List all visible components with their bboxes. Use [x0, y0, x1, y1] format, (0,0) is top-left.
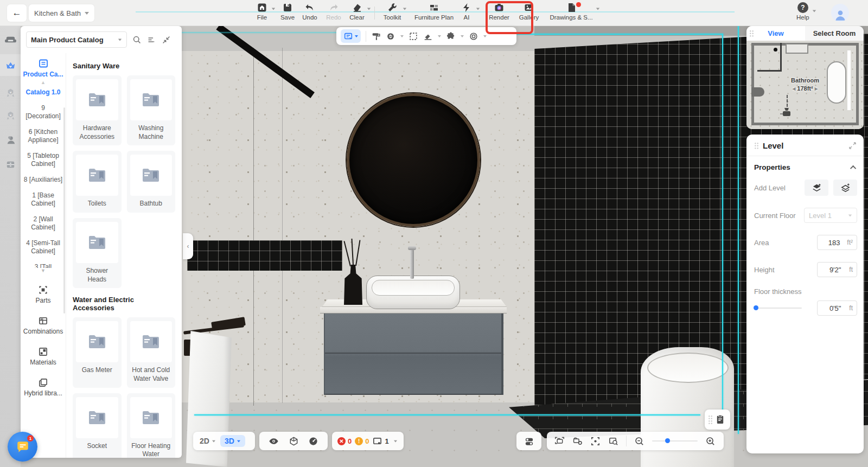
- current-floor-select[interactable]: Level 1: [804, 208, 857, 223]
- chevron-down-icon[interactable]: [438, 35, 441, 37]
- product-category-card[interactable]: Washing Machine: [127, 75, 176, 145]
- chevron-down-icon[interactable]: [461, 35, 464, 37]
- product-category-card[interactable]: Shower Heads: [73, 218, 122, 288]
- product-category-card[interactable]: Hardware Accessories: [73, 75, 122, 145]
- floor-thickness-input[interactable]: 0'5" ft: [817, 300, 857, 316]
- sidebar-badge2-item[interactable]: v: [0, 106, 21, 125]
- toolkit-dropdown-caret[interactable]: [403, 8, 406, 10]
- replace-model-tool-icon[interactable]: [386, 31, 395, 41]
- sidebar-storage-item[interactable]: [0, 155, 21, 174]
- camera-glyph[interactable]: [780, 107, 793, 118]
- rail-tool-hybrid-library[interactable]: Hybrid libra...: [21, 378, 66, 397]
- round-mirror[interactable]: [347, 93, 480, 227]
- user-avatar[interactable]: [831, 4, 849, 22]
- drawings-dropdown-caret[interactable]: [596, 8, 599, 10]
- category-item[interactable]: 8 [Auxiliaries]: [21, 172, 66, 188]
- floor-thickness-slider[interactable]: [754, 308, 802, 309]
- toolkit-button[interactable]: Toolkit: [373, 2, 411, 21]
- cube-view-icon[interactable]: [289, 436, 299, 446]
- notes-floating-button[interactable]: [705, 410, 730, 430]
- zoom-in-icon[interactable]: [705, 436, 716, 446]
- chevron-down-icon[interactable]: [483, 35, 487, 37]
- camera-settings-icon[interactable]: [572, 436, 583, 446]
- clear-button[interactable]: Clear: [338, 2, 376, 21]
- area-label: Area: [754, 239, 817, 247]
- back-button[interactable]: ←: [7, 4, 27, 22]
- product-category-card[interactable]: Floor Heating Water: [127, 393, 176, 458]
- render-settings-toggle[interactable]: [516, 432, 541, 450]
- product-category-card[interactable]: Bathtub: [127, 151, 176, 213]
- product-category-card[interactable]: Gas Meter: [73, 317, 122, 387]
- target-tool-icon[interactable]: [469, 31, 478, 41]
- vanity-cabinet[interactable]: [324, 314, 503, 395]
- scroll-down-arrow[interactable]: ▼: [21, 268, 66, 273]
- zoom-slider[interactable]: [652, 440, 698, 442]
- filter-icon[interactable]: [147, 35, 156, 44]
- draw-room-tool-active[interactable]: [341, 29, 361, 43]
- catalog-source-select[interactable]: Main Product Catalog: [26, 31, 127, 48]
- paint-roller-tool-icon[interactable]: [371, 31, 381, 41]
- category-item[interactable]: 9 [Decoration]: [21, 100, 66, 124]
- project-name-dropdown[interactable]: Kitchen & Bath: [29, 4, 94, 22]
- speedometer-icon[interactable]: [308, 436, 318, 446]
- drag-handle-icon[interactable]: [754, 142, 759, 150]
- plugin-tool-icon[interactable]: [446, 31, 456, 41]
- category-item[interactable]: 3 [Tall: [21, 259, 66, 268]
- scene-count: 1: [385, 437, 388, 445]
- area-input[interactable]: 183 ft²: [817, 235, 857, 250]
- chevron-down-icon[interactable]: [394, 440, 397, 442]
- category-item[interactable]: 5 [Tabletop Cabinet]: [21, 148, 66, 172]
- search-icon[interactable]: [132, 35, 142, 44]
- measure-tool-icon[interactable]: [423, 31, 433, 41]
- product-category-card[interactable]: Toilets: [73, 151, 122, 213]
- expand-panel-icon[interactable]: [849, 142, 856, 149]
- clear-dropdown-caret[interactable]: [367, 8, 371, 10]
- tab-select-room[interactable]: Select Room: [805, 26, 864, 41]
- support-chat-button[interactable]: 1: [8, 432, 37, 462]
- rail-tool-combinations[interactable]: Combinations: [21, 316, 66, 335]
- floorplan-minimap[interactable]: Bathroom ◂ 178ft² ▸: [746, 41, 864, 129]
- 2d-view-button[interactable]: 2D: [195, 437, 220, 445]
- scroll-up-arrow[interactable]: ▲: [41, 80, 46, 85]
- help-button[interactable]: ? Help: [796, 2, 809, 21]
- tab-product-catalog[interactable]: Product Ca...: [21, 53, 66, 80]
- chevron-down-icon[interactable]: [400, 35, 404, 37]
- ai-dropdown-caret[interactable]: [476, 8, 480, 10]
- sidebar-badge-item[interactable]: v: [0, 84, 21, 102]
- sidebar-account-item[interactable]: [0, 130, 21, 149]
- category-item[interactable]: 4 [Semi-Tall Cabinet]: [21, 235, 66, 259]
- vessel-sink[interactable]: [366, 276, 460, 309]
- add-level-above-button[interactable]: [833, 180, 857, 196]
- slider-handle[interactable]: [754, 305, 758, 310]
- 3d-view-button[interactable]: 3D: [220, 435, 245, 447]
- drawings-button[interactable]: Drawings & S...: [548, 2, 595, 21]
- drag-handle-icon[interactable]: [708, 415, 713, 425]
- marquee-select-tool-icon[interactable]: [409, 31, 418, 41]
- add-level-below-button[interactable]: [805, 180, 828, 196]
- catalog-collapse-tab[interactable]: ‹: [183, 233, 193, 259]
- rail-scrollbar[interactable]: [63, 107, 65, 314]
- focus-center-icon[interactable]: [590, 436, 601, 446]
- height-input[interactable]: 9'2" ft: [817, 262, 857, 277]
- sidebar-vip-item[interactable]: [0, 54, 21, 76]
- visibility-eye-icon[interactable]: [269, 436, 279, 446]
- collapse-panel-icon[interactable]: [162, 35, 171, 44]
- rail-tool-materials[interactable]: Materials: [21, 347, 66, 366]
- category-item[interactable]: Catalog 1.0: [21, 85, 66, 100]
- zoom-slider-handle[interactable]: [665, 438, 670, 443]
- category-item[interactable]: 1 [Base Cabinet]: [21, 188, 66, 212]
- category-item[interactable]: 6 [Kitchen Appliance]: [21, 124, 66, 148]
- product-category-card[interactable]: Hot and Cold Water Valve: [127, 317, 176, 387]
- zoom-region-icon[interactable]: [608, 436, 618, 446]
- combinations-icon: [38, 316, 48, 326]
- camera-frame-icon[interactable]: [554, 436, 565, 446]
- help-dropdown-caret[interactable]: [812, 10, 815, 12]
- drag-handle-icon[interactable]: [749, 30, 754, 37]
- rail-tool-parts[interactable]: Parts: [21, 285, 66, 304]
- zoom-out-icon[interactable]: [634, 436, 644, 446]
- product-category-card[interactable]: Socket: [73, 393, 122, 458]
- scene-status-group[interactable]: ✕ 0 ! 0 1: [332, 432, 404, 450]
- sidebar-furniture-item[interactable]: [0, 30, 21, 49]
- tab-view[interactable]: View: [746, 26, 805, 41]
- category-item[interactable]: 2 [Wall Cabinet]: [21, 212, 66, 235]
